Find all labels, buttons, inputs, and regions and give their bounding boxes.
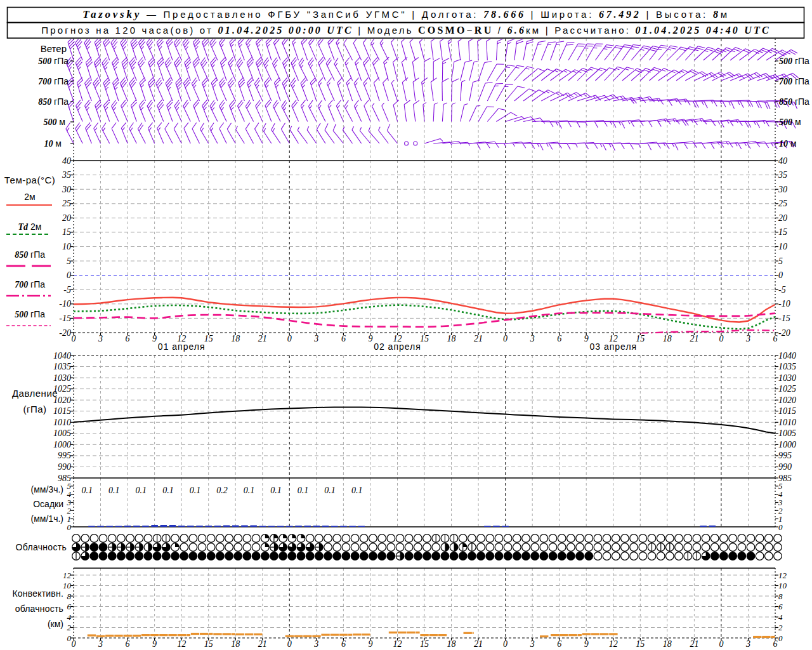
svg-text:40: 40: [778, 156, 787, 166]
svg-text:0: 0: [67, 522, 72, 532]
svg-text:12: 12: [393, 639, 402, 649]
svg-text:18: 18: [231, 639, 240, 649]
svg-text:500 м: 500 м: [43, 117, 65, 127]
svg-text:1: 1: [67, 514, 72, 524]
svg-text:3: 3: [313, 334, 318, 343]
svg-text:0: 0: [287, 334, 292, 343]
svg-text:2: 2: [778, 506, 783, 515]
svg-text:Прогноз на 120 часа(ов) от 01.: Прогноз на 120 часа(ов) от 01.04.2025 00…: [41, 25, 771, 36]
svg-text:1015: 1015: [53, 406, 71, 416]
svg-text:-15: -15: [778, 314, 790, 323]
svg-text:3: 3: [530, 334, 535, 343]
svg-text:0.1: 0.1: [351, 486, 363, 495]
svg-text:990: 990: [778, 462, 792, 472]
svg-text:30: 30: [778, 185, 787, 194]
svg-text:0.1: 0.1: [298, 486, 309, 495]
svg-text:1005: 1005: [53, 428, 71, 438]
svg-text:Td 2м: Td 2м: [18, 222, 42, 232]
svg-text:850 гПа: 850 гПа: [38, 96, 69, 107]
svg-text:3: 3: [745, 334, 750, 343]
svg-text:35: 35: [62, 170, 71, 180]
svg-text:3: 3: [745, 639, 750, 649]
svg-text:1040: 1040: [53, 351, 71, 361]
svg-text:6: 6: [341, 334, 346, 343]
svg-text:(гПа): (гПа): [23, 404, 46, 415]
svg-text:40: 40: [62, 156, 71, 166]
svg-text:1010: 1010: [53, 418, 71, 427]
svg-text:990: 990: [58, 462, 71, 472]
svg-text:15: 15: [420, 639, 429, 649]
svg-text:6: 6: [778, 602, 783, 611]
svg-text:21: 21: [690, 334, 698, 343]
svg-text:0.1: 0.1: [108, 486, 120, 495]
svg-text:1025: 1025: [778, 384, 796, 394]
svg-text:12: 12: [609, 639, 618, 649]
svg-text:1040: 1040: [778, 351, 796, 361]
svg-text:0.1: 0.1: [324, 486, 336, 495]
svg-text:Давление: Давление: [12, 388, 58, 399]
svg-text:12: 12: [63, 571, 72, 580]
svg-text:2: 2: [778, 623, 783, 632]
svg-text:0.1: 0.1: [162, 486, 174, 495]
svg-text:Tazovsky — Предоставлено ФГБУ: Tazovsky — Предоставлено ФГБУ "ЗапСиб УГ…: [82, 8, 729, 20]
svg-text:-15: -15: [59, 314, 71, 323]
svg-text:1: 1: [778, 514, 783, 524]
svg-text:10: 10: [778, 581, 787, 590]
svg-text:0: 0: [778, 633, 783, 643]
svg-text:Осадки: Осадки: [33, 499, 63, 509]
svg-text:0: 0: [503, 334, 508, 343]
svg-text:5: 5: [67, 481, 72, 491]
svg-text:700 гПа: 700 гПа: [779, 76, 809, 86]
svg-text:0: 0: [67, 633, 72, 643]
svg-text:0: 0: [287, 639, 292, 649]
svg-text:0: 0: [719, 334, 723, 343]
svg-text:700 гПа: 700 гПа: [38, 76, 69, 86]
svg-text:(мм/3ч.): (мм/3ч.): [31, 484, 63, 494]
svg-text:18: 18: [663, 639, 672, 649]
svg-text:15: 15: [636, 639, 645, 649]
svg-text:10: 10: [62, 242, 71, 251]
svg-text:4: 4: [67, 489, 72, 499]
svg-text:-10: -10: [778, 299, 790, 308]
svg-text:0: 0: [67, 270, 71, 280]
svg-text:-5: -5: [778, 285, 786, 295]
svg-text:500 гПа: 500 гПа: [38, 56, 69, 66]
svg-text:500 гПа: 500 гПа: [779, 56, 809, 66]
svg-text:9: 9: [152, 639, 157, 649]
svg-text:-20: -20: [59, 328, 71, 338]
svg-text:0: 0: [72, 639, 76, 649]
svg-text:15: 15: [778, 227, 787, 237]
svg-text:1030: 1030: [778, 373, 796, 383]
svg-text:облачность: облачность: [15, 604, 63, 614]
svg-text:3: 3: [67, 498, 72, 507]
svg-text:1005: 1005: [778, 428, 796, 438]
svg-text:(км): (км): [48, 619, 63, 629]
svg-text:18: 18: [663, 334, 672, 343]
svg-text:10: 10: [63, 581, 72, 590]
svg-text:21: 21: [474, 639, 483, 649]
svg-text:21: 21: [474, 334, 483, 343]
svg-text:4: 4: [778, 613, 783, 622]
svg-text:500 м: 500 м: [779, 117, 801, 127]
svg-text:5: 5: [67, 256, 71, 266]
svg-text:6: 6: [773, 639, 778, 649]
svg-text:0: 0: [503, 639, 508, 649]
svg-text:30: 30: [62, 185, 71, 194]
svg-text:-10: -10: [59, 299, 71, 308]
svg-text:(мм/1ч.): (мм/1ч.): [31, 514, 63, 524]
svg-text:0: 0: [778, 522, 783, 532]
svg-text:18: 18: [447, 639, 456, 649]
svg-text:20: 20: [778, 213, 787, 223]
svg-text:6: 6: [557, 334, 561, 343]
svg-text:9: 9: [584, 639, 589, 649]
svg-text:5: 5: [778, 481, 783, 491]
svg-text:9: 9: [584, 334, 589, 343]
svg-text:-20: -20: [778, 328, 790, 338]
svg-text:2м: 2м: [24, 192, 35, 202]
svg-text:Конвективн.: Конвективн.: [12, 588, 63, 599]
svg-text:500 гПа: 500 гПа: [15, 309, 45, 319]
svg-text:1015: 1015: [778, 406, 796, 416]
svg-text:4: 4: [778, 489, 783, 499]
svg-text:35: 35: [778, 170, 787, 180]
svg-text:18: 18: [447, 334, 456, 343]
